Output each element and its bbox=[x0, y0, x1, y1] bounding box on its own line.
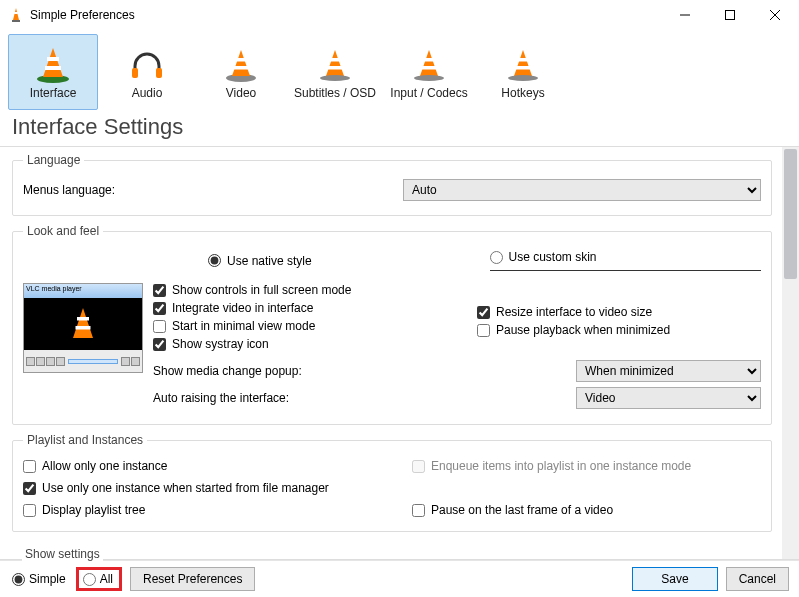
radio-all[interactable]: All bbox=[83, 572, 113, 586]
tab-label: Audio bbox=[132, 86, 163, 100]
chk-pause-min[interactable]: Pause playback when minimized bbox=[477, 323, 761, 337]
settings-pane: Language Menus language: Auto Look and f… bbox=[0, 147, 782, 559]
tab-label: Video bbox=[226, 86, 256, 100]
svg-rect-4 bbox=[725, 10, 734, 19]
radio-native[interactable]: Use native style bbox=[208, 250, 480, 271]
cone-icon bbox=[315, 44, 355, 84]
group-look-feel: Look and feel Use native style Use custo… bbox=[12, 224, 772, 425]
tab-interface[interactable]: Interface bbox=[8, 34, 98, 110]
chk-systray[interactable]: Show systray icon bbox=[153, 337, 437, 351]
radio-custom[interactable]: Use custom skin bbox=[490, 250, 762, 271]
radio-custom-input[interactable] bbox=[490, 251, 503, 264]
svg-rect-30 bbox=[77, 317, 89, 321]
svg-rect-18 bbox=[329, 58, 341, 62]
minimize-button[interactable] bbox=[662, 1, 707, 29]
svg-rect-2 bbox=[14, 12, 18, 14]
tab-subtitles[interactable]: Subtitles / OSD bbox=[290, 34, 380, 110]
highlight-all: All bbox=[76, 567, 122, 591]
maximize-button[interactable] bbox=[707, 1, 752, 29]
chk-one-instance[interactable]: Allow only one instance bbox=[23, 459, 372, 473]
chk-fullscreen[interactable]: Show controls in full screen mode bbox=[153, 283, 437, 297]
page-title: Interface Settings bbox=[0, 110, 799, 146]
svg-marker-21 bbox=[420, 50, 438, 76]
svg-marker-8 bbox=[43, 48, 63, 77]
chk-pause-last[interactable]: Pause on the last frame of a video bbox=[412, 503, 761, 517]
media-change-select[interactable]: When minimized bbox=[576, 360, 761, 382]
svg-marker-17 bbox=[326, 50, 344, 76]
radio-simple[interactable]: Simple bbox=[12, 572, 66, 586]
preview-title: VLC media player bbox=[24, 284, 142, 298]
tab-video[interactable]: Video bbox=[196, 34, 286, 110]
chk-tree[interactable]: Display playlist tree bbox=[23, 503, 372, 517]
cone-icon bbox=[503, 44, 543, 84]
legend-playlist: Playlist and Instances bbox=[23, 433, 147, 447]
svg-rect-10 bbox=[45, 66, 61, 70]
close-button[interactable] bbox=[752, 1, 797, 29]
legend-language: Language bbox=[23, 153, 84, 167]
chk-minimal[interactable]: Start in minimal view mode bbox=[153, 319, 437, 333]
media-change-label: Show media change popup: bbox=[153, 364, 576, 378]
app-icon bbox=[8, 7, 24, 23]
footer: Simple All Reset Preferences Save Cancel bbox=[0, 560, 799, 597]
svg-marker-25 bbox=[514, 50, 532, 76]
tab-label: Subtitles / OSD bbox=[294, 86, 376, 100]
svg-rect-16 bbox=[234, 66, 249, 70]
tab-label: Interface bbox=[30, 86, 77, 100]
svg-rect-9 bbox=[47, 57, 59, 61]
tab-label: Hotkeys bbox=[501, 86, 544, 100]
svg-rect-22 bbox=[423, 58, 435, 62]
svg-rect-1 bbox=[12, 20, 20, 22]
svg-marker-14 bbox=[232, 50, 250, 76]
show-settings-label: Show settings bbox=[22, 547, 103, 561]
cone-icon bbox=[33, 44, 73, 84]
window-title: Simple Preferences bbox=[30, 8, 662, 22]
chk-enqueue: Enqueue items into playlist in one insta… bbox=[412, 459, 761, 473]
svg-rect-23 bbox=[422, 66, 437, 70]
group-playlist: Playlist and Instances Allow only one in… bbox=[12, 433, 772, 532]
auto-raise-label: Auto raising the interface: bbox=[153, 391, 576, 405]
preview-body bbox=[24, 298, 142, 350]
menus-language-label: Menus language: bbox=[23, 183, 403, 197]
svg-rect-15 bbox=[235, 58, 247, 62]
chk-integrate[interactable]: Integrate video in interface bbox=[153, 301, 437, 315]
save-button[interactable]: Save bbox=[632, 567, 717, 591]
legend-look: Look and feel bbox=[23, 224, 103, 238]
svg-rect-11 bbox=[132, 68, 138, 78]
svg-marker-29 bbox=[73, 308, 93, 338]
cancel-button[interactable]: Cancel bbox=[726, 567, 789, 591]
headphones-icon bbox=[127, 44, 167, 84]
tab-audio[interactable]: Audio bbox=[102, 34, 192, 110]
auto-raise-select[interactable]: Video bbox=[576, 387, 761, 409]
svg-point-28 bbox=[508, 75, 538, 81]
skin-preview: VLC media player bbox=[23, 283, 143, 373]
svg-rect-12 bbox=[156, 68, 162, 78]
tab-input-codecs[interactable]: Input / Codecs bbox=[384, 34, 474, 110]
group-language: Language Menus language: Auto bbox=[12, 153, 772, 216]
reset-button[interactable]: Reset Preferences bbox=[130, 567, 255, 591]
svg-rect-26 bbox=[517, 58, 529, 62]
tab-label: Input / Codecs bbox=[390, 86, 467, 100]
category-toolbar: Interface Audio Video Subtitles / OSD In… bbox=[0, 30, 799, 110]
cone-icon bbox=[221, 44, 261, 84]
svg-rect-27 bbox=[516, 66, 531, 70]
scrollbar-thumb[interactable] bbox=[784, 149, 797, 279]
titlebar: Simple Preferences bbox=[0, 0, 799, 30]
vertical-scrollbar[interactable] bbox=[782, 147, 799, 559]
menus-language-select[interactable]: Auto bbox=[403, 179, 761, 201]
cone-icon bbox=[409, 44, 449, 84]
svg-rect-19 bbox=[328, 66, 343, 70]
svg-point-24 bbox=[414, 75, 444, 81]
chk-resize[interactable]: Resize interface to video size bbox=[477, 305, 761, 319]
svg-point-20 bbox=[320, 75, 350, 81]
chk-filemgr[interactable]: Use only one instance when started from … bbox=[23, 481, 761, 495]
tab-hotkeys[interactable]: Hotkeys bbox=[478, 34, 568, 110]
radio-native-input[interactable] bbox=[208, 254, 221, 267]
svg-rect-31 bbox=[76, 326, 91, 330]
